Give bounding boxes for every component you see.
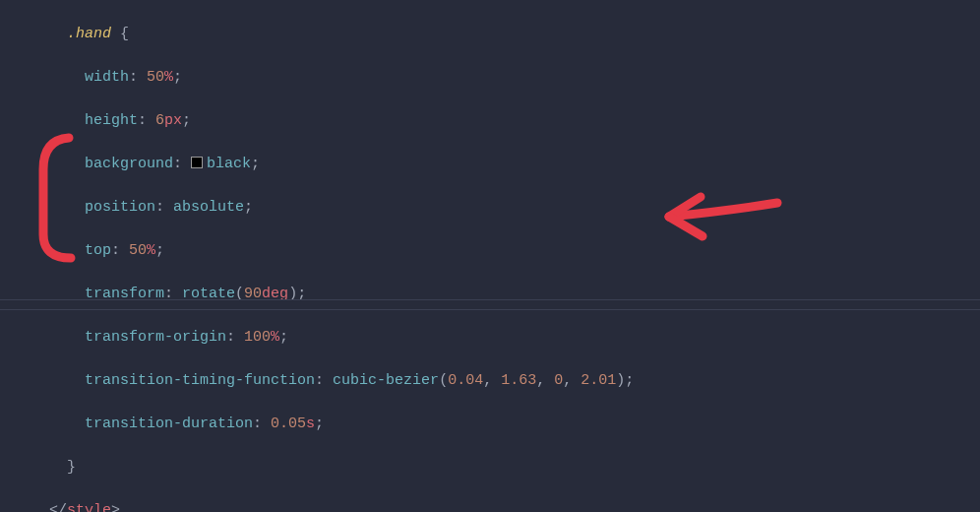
css-prop: height [85,112,138,129]
css-prop: background [85,156,173,172]
css-prop: top [85,242,111,259]
css-prop: transition-duration [85,416,253,432]
css-prop: width [85,69,129,86]
code-editor-content[interactable]: .hand { width: 50%; height: 6px; backgro… [49,0,634,512]
editor-gutter [0,0,49,512]
closing-style-tag: style [67,502,111,512]
section-divider [0,299,980,300]
css-prop: transform-origin [85,329,226,346]
css-prop: transition-timing-function [85,372,315,389]
section-divider [0,309,980,310]
color-swatch-icon [191,157,203,168]
css-selector: .hand [67,26,111,42]
css-prop: position [85,199,155,216]
